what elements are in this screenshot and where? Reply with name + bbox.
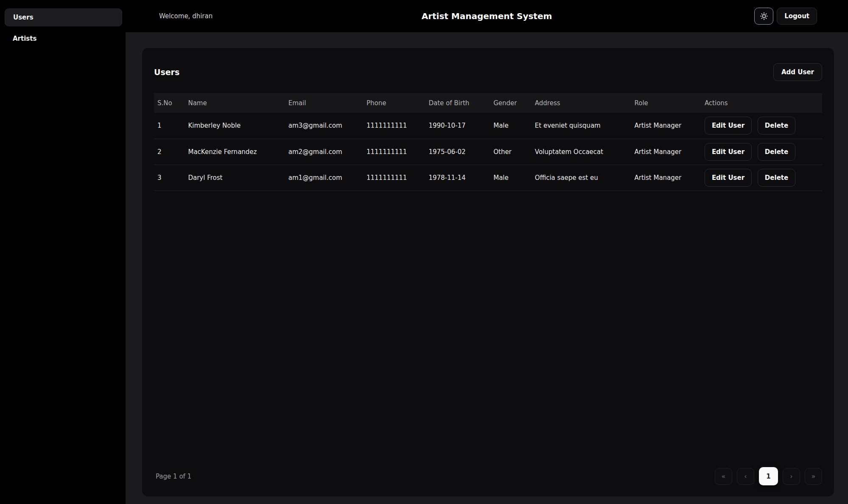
sidebar-item-artists-label: Artists [13,35,36,42]
cell-sno: 3 [154,165,185,190]
cell-role: Artist Manager [631,165,701,190]
cell-name: MacKenzie Fernandez [185,139,285,165]
column-header-email: Email [285,93,363,113]
users-heading: Users [154,67,179,77]
users-table-wrap: S.No Name Email Phone Date of Birth Gend… [154,93,822,191]
cell-address: Voluptatem Occaecat [532,139,631,165]
cell-email: am3@gmail.com [285,113,363,139]
add-user-button[interactable]: Add User [773,63,822,81]
column-header-dob: Date of Birth [425,93,490,113]
cell-address: Officia saepe est eu [532,165,631,190]
users-card: Users Add User S.No Name [142,48,834,496]
cell-phone: 1111111111 [363,113,425,139]
cell-dob: 1978-11-14 [425,165,490,190]
cell-role: Artist Manager [631,113,701,139]
delete-button[interactable]: Delete [758,143,795,161]
cell-address: Et eveniet quisquam [532,113,631,139]
cell-gender: Male [490,165,532,190]
table-row: 1 Kimberley Noble am3@gmail.com 11111111… [154,113,822,139]
cell-phone: 1111111111 [363,139,425,165]
sun-icon [760,12,768,20]
page-title: Artist Management System [422,11,552,21]
users-table: S.No Name Email Phone Date of Birth Gend… [154,93,822,191]
pagination-last-button[interactable]: » [805,468,822,485]
column-header-address: Address [532,93,631,113]
pagination-controls: « ‹ 1 › » [715,467,822,485]
table-row: 2 MacKenzie Fernandez am2@gmail.com 1111… [154,139,822,165]
cell-actions: Edit User Delete [701,139,822,165]
column-header-role: Role [631,93,701,113]
cell-gender: Other [490,139,532,165]
cell-role: Artist Manager [631,139,701,165]
pagination-next-button[interactable]: › [783,468,800,485]
cell-email: am1@gmail.com [285,165,363,190]
cell-name: Kimberley Noble [185,113,285,139]
card-header: Users Add User [154,63,822,81]
column-header-actions: Actions [701,93,822,113]
cell-name: Daryl Frost [185,165,285,190]
card-footer: Page 1 of 1 « ‹ 1 › » [154,467,822,485]
pagination-status: Page 1 of 1 [156,473,191,480]
cell-actions: Edit User Delete [701,165,822,190]
cell-gender: Male [490,113,532,139]
table-row: 3 Daryl Frost am1@gmail.com 1111111111 1… [154,165,822,190]
welcome-text: Welcome, dhiran [159,12,213,20]
edit-user-button[interactable]: Edit User [705,143,752,161]
edit-user-button[interactable]: Edit User [705,117,752,134]
cell-dob: 1990-10-17 [425,113,490,139]
sidebar-item-users[interactable]: Users [5,8,122,26]
double-chevron-left-icon: « [722,472,726,480]
content-area: Users Add User S.No Name [126,32,848,504]
column-header-name: Name [185,93,285,113]
chevron-right-icon: › [790,472,792,480]
chevron-left-icon: ‹ [744,472,747,480]
column-header-gender: Gender [490,93,532,113]
pagination-first-button[interactable]: « [715,468,732,485]
top-bar: Welcome, dhiran Artist Management System [126,0,848,32]
cell-dob: 1975-06-02 [425,139,490,165]
pagination-current-page-button[interactable]: 1 [759,467,778,485]
pagination-prev-button[interactable]: ‹ [737,468,754,485]
delete-button[interactable]: Delete [758,117,795,134]
cell-email: am2@gmail.com [285,139,363,165]
column-header-phone: Phone [363,93,425,113]
edit-user-button[interactable]: Edit User [705,169,752,187]
column-header-sno: S.No [154,93,185,113]
top-bar-controls: Logout [754,8,817,25]
cell-actions: Edit User Delete [701,113,822,139]
cell-phone: 1111111111 [363,165,425,190]
delete-button[interactable]: Delete [758,169,795,187]
sidebar-item-users-label: Users [13,14,34,21]
cell-sno: 1 [154,113,185,139]
app-root: Users Artists Welcome, dhiran Artist Man… [0,0,848,504]
cell-sno: 2 [154,139,185,165]
logout-button[interactable]: Logout [777,8,817,25]
main-column: Welcome, dhiran Artist Management System [126,0,848,504]
sidebar: Users Artists [0,0,126,504]
double-chevron-right-icon: » [812,472,816,480]
table-header-row: S.No Name Email Phone Date of Birth Gend… [154,93,822,113]
theme-toggle-button[interactable] [754,8,773,25]
sidebar-item-artists[interactable]: Artists [5,30,122,48]
